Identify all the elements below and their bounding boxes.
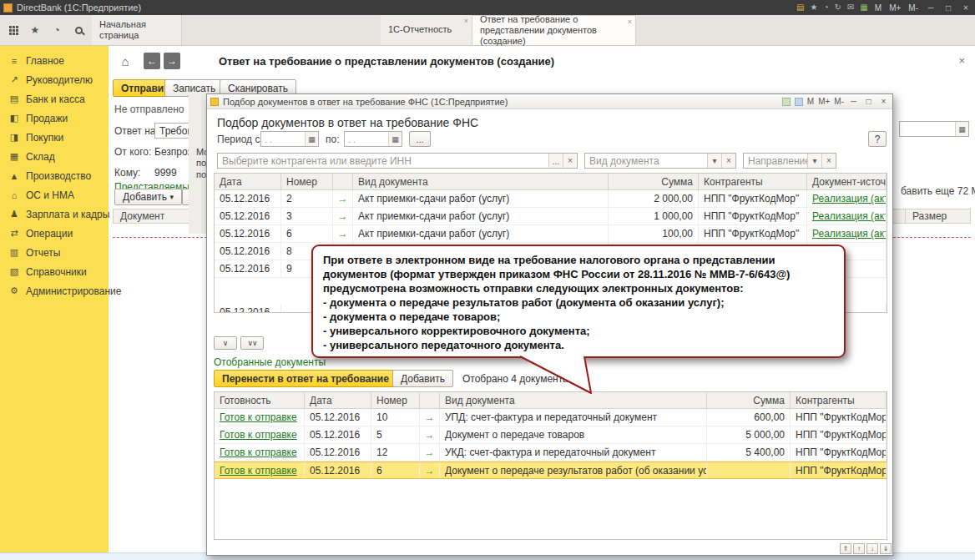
direction-filter[interactable]: Направление ▾ × xyxy=(743,153,836,169)
scale-normal-button[interactable]: M xyxy=(874,3,882,13)
ready-status-link[interactable]: Готов к отправке xyxy=(215,409,305,426)
sidebar-item-operations[interactable]: ⇄Операции xyxy=(0,224,109,243)
table-row[interactable]: Готов к отправке 05.12.2016 10 → УПД: сч… xyxy=(215,409,887,426)
sidebar-item-purchases[interactable]: ◨Покупки xyxy=(0,128,109,147)
dialog-titlebar-icon[interactable] xyxy=(795,98,803,106)
move-bottom-button[interactable]: ⇓ xyxy=(880,543,892,554)
form-field-fragment[interactable]: ▦ xyxy=(899,121,969,137)
period-from-input[interactable]: . . ▦ xyxy=(260,131,319,147)
calendar-icon[interactable]: ▦ xyxy=(305,132,318,146)
sidebar-item-warehouse[interactable]: ▦Склад xyxy=(0,147,109,166)
titlebar-icon[interactable]: ◔ xyxy=(824,3,829,12)
sidebar-item-manager[interactable]: ↗Руководителю xyxy=(0,70,109,89)
sidebar-item-main[interactable]: ≡Главное xyxy=(0,51,109,70)
titlebar-icon[interactable]: ▦ xyxy=(860,3,867,12)
back-button[interactable]: ← xyxy=(144,53,160,69)
search-icon[interactable] xyxy=(69,20,88,40)
minimize-icon[interactable]: ─ xyxy=(925,3,937,13)
table-row[interactable]: 05.12.2016 3 → Акт приемки-сдачи работ (… xyxy=(215,208,887,225)
table-row[interactable]: 05.12.2016 6 → Акт приемки-сдачи работ (… xyxy=(215,225,887,243)
sidebar-item-directories[interactable]: ▧Справочники xyxy=(0,262,109,281)
select-from-list-icon[interactable]: ▦ xyxy=(955,122,968,136)
main-menu-icon[interactable] xyxy=(4,20,23,40)
chevron-down-icon[interactable]: ▾ xyxy=(807,154,821,168)
move-down-button[interactable]: ↓ xyxy=(866,543,878,554)
sidebar-item-reports[interactable]: ▥Отчеты xyxy=(0,243,109,262)
table-row[interactable]: Готов к отправке 05.12.2016 5 → Документ… xyxy=(215,426,887,444)
sidebar-item-sales[interactable]: ◧Продажи xyxy=(0,108,109,128)
titlebar-icon[interactable]: ✉ xyxy=(847,3,854,12)
callout-tail xyxy=(512,355,604,398)
titlebar-icon[interactable]: ↻ xyxy=(835,3,841,12)
ready-status-link[interactable]: Готов к отправке xyxy=(215,426,305,443)
doc-type-filter[interactable]: Вид документа ▾ × xyxy=(584,153,736,169)
chevron-down-icon: ∨ xyxy=(223,339,229,347)
status-badge: Не отправлено xyxy=(114,103,184,115)
callout-item: - универсального корректировочного докум… xyxy=(323,324,834,338)
to-label: Кому: xyxy=(114,167,140,179)
sidebar-item-salary-hr[interactable]: ♟Зарплата и кадры xyxy=(0,204,109,224)
calendar-icon[interactable]: ▦ xyxy=(388,132,402,146)
titlebar-icon[interactable]: ▤ xyxy=(796,3,804,12)
move-down-button[interactable]: ∨ xyxy=(214,336,237,350)
form-close-icon[interactable]: × xyxy=(958,54,965,67)
close-icon[interactable]: × xyxy=(960,3,972,13)
tab-requirement-response[interactable]: Ответ на требование о представлении доку… xyxy=(472,15,636,45)
scale-increase-button[interactable]: M+ xyxy=(888,3,902,13)
source-document-link[interactable]: Реализация (акт, ... xyxy=(807,208,887,225)
help-button[interactable]: ? xyxy=(868,131,887,147)
home-icon[interactable]: ⌂ xyxy=(115,52,135,70)
double-chevron-down-icon: ∨∨ xyxy=(247,339,256,347)
period-to-input[interactable]: . . ▦ xyxy=(344,131,402,147)
selected-documents-table: Готовность Дата Номер Вид документа Сумм… xyxy=(214,391,887,540)
to-value: 9999 xyxy=(154,167,177,179)
scale-normal-button[interactable]: M xyxy=(807,97,814,106)
tab-1c-reporting[interactable]: 1С-Отчетность× xyxy=(381,15,472,45)
grid-icon xyxy=(9,26,12,28)
doc-arrow-icon: → xyxy=(333,225,353,242)
minimize-icon[interactable]: ─ xyxy=(848,97,859,106)
clear-icon[interactable]: × xyxy=(821,154,836,168)
tab-home[interactable]: Начальная страница xyxy=(92,15,182,45)
move-top-button[interactable]: ⇑ xyxy=(840,543,851,554)
scale-decrease-button[interactable]: M- xyxy=(907,3,919,13)
source-document-link[interactable]: Реализация (акт, ... xyxy=(807,190,887,207)
sidebar-item-bank-cash[interactable]: ▤Банк и касса xyxy=(0,89,109,108)
sidebar-item-administration[interactable]: ⚙Администрирование xyxy=(0,281,109,300)
titlebar-icon[interactable]: ★ xyxy=(811,3,818,12)
move-up-button[interactable]: ↑ xyxy=(853,543,865,554)
period-more-button[interactable]: ... xyxy=(409,131,431,147)
counterparty-filter[interactable]: Выберите контрагента или введите ИНН ...… xyxy=(217,153,578,169)
close-icon[interactable]: × xyxy=(878,97,889,106)
forward-button[interactable]: → xyxy=(164,53,180,69)
add-selected-button[interactable]: Добавить xyxy=(392,370,453,387)
source-document-link[interactable]: Реализация (акт, ... xyxy=(807,225,887,242)
chevron-down-icon[interactable]: ▾ xyxy=(707,154,721,168)
add-document-button[interactable]: Добавить ▾ xyxy=(114,189,182,205)
clear-icon[interactable]: × xyxy=(563,154,577,168)
ready-status-link[interactable]: Готов к отправке xyxy=(215,462,305,478)
ellipsis-icon[interactable]: ... xyxy=(548,154,563,168)
tab-close-icon[interactable]: × xyxy=(628,18,632,26)
maximize-icon[interactable]: □ xyxy=(863,97,874,106)
move-all-down-button[interactable]: ∨∨ xyxy=(240,336,264,350)
attachment-size-hint: бавить еще 72 Мб. xyxy=(901,185,975,197)
scale-increase-button[interactable]: M+ xyxy=(818,97,830,106)
dialog-titlebar-icon[interactable] xyxy=(782,98,791,106)
restore-icon[interactable]: □ xyxy=(942,3,954,13)
clear-icon[interactable]: × xyxy=(721,154,735,168)
table-row[interactable]: Готов к отправке 05.12.2016 12 → УКД: сч… xyxy=(215,444,887,462)
tab-close-icon[interactable]: × xyxy=(464,18,468,25)
sidebar-item-fixed-assets[interactable]: ⌂ОС и НМА xyxy=(0,185,109,204)
table-row[interactable]: 05.12.2016 2 → Акт приемки-сдачи работ (… xyxy=(215,190,887,208)
ready-status-link[interactable]: Готов к отправке xyxy=(215,444,305,461)
scale-decrease-button[interactable]: M- xyxy=(834,97,844,106)
transfer-to-response-button[interactable]: Перенести в ответ на требование xyxy=(214,370,397,387)
history-icon[interactable]: ◔ xyxy=(48,20,66,40)
favorites-icon[interactable]: ★ xyxy=(26,20,44,40)
table-row-selected[interactable]: Готов к отправке 05.12.2016 6 → Документ… xyxy=(215,462,887,479)
app-title: DirectBank (1С:Предприятие) xyxy=(17,3,141,13)
app-icon xyxy=(3,3,13,13)
info-callout: При ответе в электронном виде на требова… xyxy=(311,245,846,358)
sidebar-item-production[interactable]: ▲Производство xyxy=(0,166,109,185)
